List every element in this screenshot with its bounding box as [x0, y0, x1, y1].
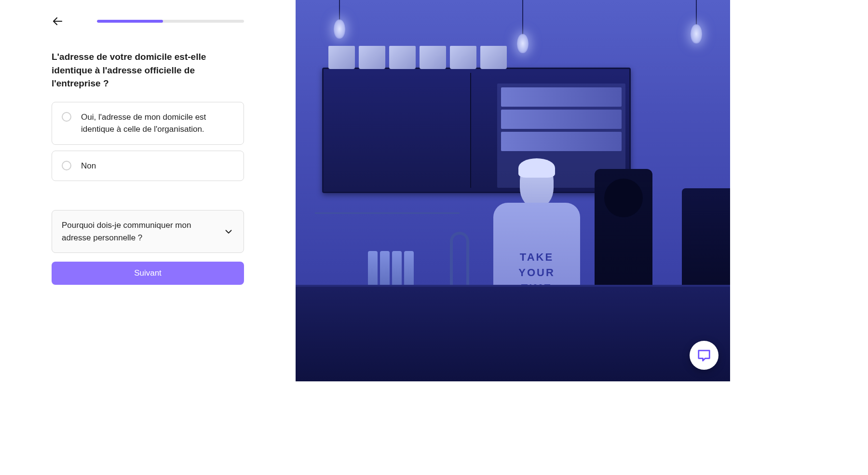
- coffee-shop-scene: TAKE YOUR TIME: [296, 0, 730, 381]
- radio-label: Oui, l'adresse de mon domicile est ident…: [81, 111, 234, 136]
- shirt-text-line: TAKE: [520, 251, 554, 264]
- back-button[interactable]: [52, 15, 63, 27]
- chevron-down-icon: [223, 226, 234, 237]
- chat-icon: [697, 348, 711, 363]
- question-title: L'adresse de votre domicile est-elle ide…: [52, 50, 244, 90]
- form-panel: L'adresse de votre domicile est-elle ide…: [0, 0, 296, 381]
- why-address-accordion[interactable]: Pourquoi dois-je communiquer mon adresse…: [52, 210, 244, 253]
- radio-circle-icon: [62, 161, 71, 170]
- accordion-label: Pourquoi dois-je communiquer mon adresse…: [62, 219, 214, 244]
- chat-button[interactable]: [690, 341, 719, 370]
- person-head: [520, 164, 554, 208]
- arrow-left-icon: [52, 15, 63, 27]
- lightbulb-icon: [522, 0, 523, 39]
- counter: [296, 285, 730, 381]
- radio-option-yes[interactable]: Oui, l'adresse de mon domicile est ident…: [52, 102, 244, 145]
- faucet: [450, 232, 469, 285]
- lightbulb-icon: [696, 0, 697, 29]
- hero-image-panel: TAKE YOUR TIME: [296, 0, 730, 381]
- header-row: [52, 15, 244, 27]
- shirt-text-line: YOUR: [518, 266, 555, 279]
- next-button[interactable]: Suivant: [52, 262, 244, 285]
- cabinet-top-items: [324, 45, 629, 69]
- radio-circle-icon: [62, 112, 71, 122]
- progress-bar: [97, 20, 244, 23]
- lightbulb-icon: [339, 0, 340, 24]
- progress-fill: [97, 20, 163, 23]
- radio-label: Non: [81, 160, 96, 172]
- radio-option-no[interactable]: Non: [52, 151, 244, 182]
